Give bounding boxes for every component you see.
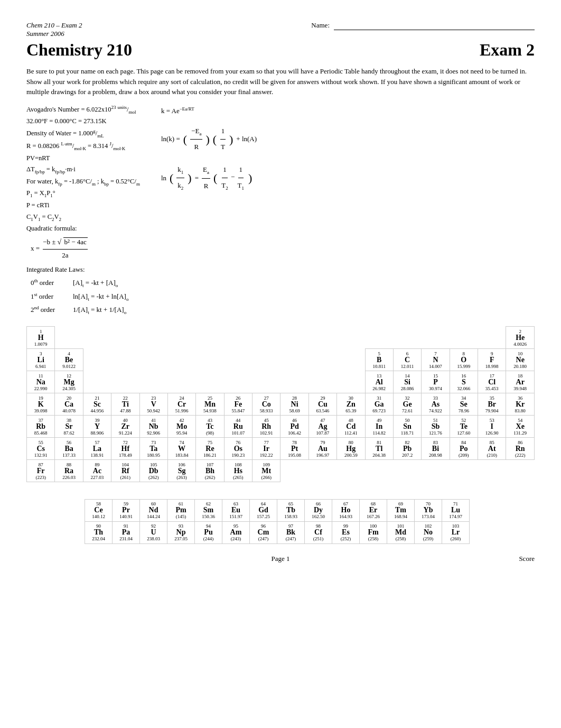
empty-cell (393, 460, 421, 482)
element-Nb: 41 Nb 92.906 (139, 416, 167, 438)
name-underline[interactable] (334, 21, 535, 30)
element-Bi: 83 Bi 208.98 (422, 438, 450, 460)
element-Cr: 24 Cr 51.996 (167, 393, 195, 416)
exam-subtitle: Exam 2 (480, 40, 535, 60)
element-Yb: 70 Yb 173.04 (415, 499, 442, 521)
element-Te: 52 Te 127.60 (450, 416, 478, 438)
header: Chem 210 – Exam 2 Summer 2006 Name: (26, 21, 535, 38)
element-Al: 13 Al 26.982 (365, 371, 393, 393)
page-footer: Page 1 Score (26, 555, 535, 563)
empty-cell (111, 327, 139, 349)
score-label: Score (482, 555, 535, 563)
element-Ta: 73 Ta 180.95 (139, 438, 167, 460)
element-Rf: 104 Rf (261) (111, 460, 139, 482)
empty-cell (393, 327, 421, 349)
element-Mt: 109 Mt (266) (253, 460, 280, 482)
element-Er: 68 Er 167.26 (360, 499, 387, 521)
element-Bh: 107 Bh (262) (196, 460, 224, 482)
element-Ra: 88 Ra 226.03 (55, 460, 83, 482)
element-Rb: 37 Rb 85.468 (27, 416, 55, 438)
element-Mn: 25 Mn 54.938 (196, 393, 224, 416)
element-Tc: 43 Tc (98) (196, 416, 224, 438)
formula-lnk2: ln ( k1 k2 ) = Ea R ( 1 T2 (161, 162, 257, 194)
rate-laws: 0th order [A]t = -kt + [A]o 1st order ln… (31, 277, 140, 317)
formula-p1: P1 = X1P1° (26, 188, 140, 200)
element-Mg: 12 Mg 24.305 (55, 371, 83, 393)
name-label: Name: (311, 21, 330, 30)
element-W: 74 W 183.84 (167, 438, 195, 460)
instructions: Be sure to put your name on each page. T… (26, 66, 535, 97)
element-Li: 3 Li 6.941 (27, 349, 55, 371)
empty-cell (450, 460, 478, 482)
empty-cell (196, 349, 224, 371)
element-Cf: 98 Cf (251) (305, 521, 332, 543)
element-Xe: 54 Xe 131.29 (506, 416, 535, 438)
empty-cell (308, 460, 336, 482)
formula-water: For water, kfp = -1.86°C/m ; kbp = 0.52°… (26, 176, 140, 188)
element-No: 102 No (259) (415, 521, 442, 543)
element-Tb: 65 Tb 158.93 (277, 499, 305, 521)
element-Rh: 45 Rh 102.91 (253, 416, 280, 438)
rate-1st: 1st order ln[A]t = -kt + ln[A]o (31, 291, 140, 303)
element-Pu: 94 Pu (244) (195, 521, 222, 543)
empty-cell (83, 349, 111, 371)
empty-cell (196, 327, 224, 349)
empty-cell (280, 460, 308, 482)
formulas-right: k = Ae−Ea/RT ln(k) = ( −Ea R ) ( 1 T ) +… (161, 104, 257, 318)
main-title: Chemistry 210 (26, 40, 132, 60)
element-Re: 75 Re 186.21 (196, 438, 224, 460)
empty-cell (422, 327, 450, 349)
element-K: 19 K 39.098 (27, 393, 55, 416)
element-F: 9 F 18.998 (478, 349, 506, 371)
formula-arrhenius: k = Ae−Ea/RT (161, 104, 257, 119)
empty-cell (280, 349, 308, 371)
element-Ti: 22 Ti 47.88 (111, 393, 139, 416)
empty-cell (280, 327, 308, 349)
element-Eu: 63 Eu 151.97 (222, 499, 250, 521)
periodic-table: 1 H 1.0079 2 He 4.0026 3 Li 6.941 4 Be 9… (26, 326, 535, 489)
element-P: 15 P 30.974 (422, 371, 450, 393)
empty-cell (337, 371, 365, 393)
element-Ni: 28 Ni 58.69 (280, 393, 308, 416)
rate-2nd: 2nd order 1/[A]t = kt + 1/[A]o (31, 304, 140, 317)
element-Cd: 48 Cd 112.41 (337, 416, 365, 438)
title-row: Chemistry 210 Exam 2 (26, 40, 535, 60)
empty-cell (506, 460, 535, 482)
element-Rn: 86 Rn (222) (506, 438, 535, 460)
element-Ar: 18 Ar 39.948 (506, 371, 535, 393)
element-C: 6 C 12.011 (393, 349, 421, 371)
element-Co: 27 Co 58.933 (253, 393, 280, 416)
element-Tm: 69 Tm 168.94 (387, 499, 415, 521)
element-Hs: 108 Hs (265) (224, 460, 252, 482)
element-S: 16 S 32.066 (450, 371, 478, 393)
element-Be: 4 Be 9.0122 (55, 349, 83, 371)
element-Ag: 47 Ag 107.87 (308, 416, 336, 438)
empty-cell (139, 327, 167, 349)
element-Hg: 80 Hg 200.59 (337, 438, 365, 460)
formula-pv: PV=nRT (26, 153, 140, 164)
element-Am: 95 Am (243) (222, 521, 250, 543)
formula-density: Density of Water = 1.000g/mL (26, 127, 140, 140)
element-Mo: 42 Mo 95.94 (167, 416, 195, 438)
element-Lu: 71 Lu 174.97 (442, 499, 470, 521)
element-Ga: 31 Ga 69.723 (365, 393, 393, 416)
element-Ir: 77 Ir 192.22 (253, 438, 280, 460)
element-O: 8 O 15.999 (450, 349, 478, 371)
formula-c1v1: C1V1 = C2V2 (26, 211, 140, 224)
empty-cell (365, 327, 393, 349)
element-V: 23 V 50.942 (139, 393, 167, 416)
element-Bk: 97 Bk (247) (277, 521, 305, 543)
element-Se: 34 Se 78.96 (450, 393, 478, 416)
element-Fm: 100 Fm (258) (360, 521, 387, 543)
formula-quadratic-label: Quadratic formula: (26, 223, 140, 234)
element-Sc: 21 Sc 44.956 (83, 393, 111, 416)
periodic-table-container: 1 H 1.0079 2 He 4.0026 3 Li 6.941 4 Be 9… (26, 326, 535, 544)
element-Fe: 26 Fe 55.847 (224, 393, 252, 416)
empty-cell (450, 327, 478, 349)
element-La: 57 La 138.91 (83, 438, 111, 460)
empty-cell (139, 349, 167, 371)
formula-p-crti: P = cRTi (26, 200, 140, 211)
element-Dy: 66 Dy 162.50 (305, 499, 332, 521)
course-title: Chem 210 – Exam 2 (26, 21, 82, 30)
element-Os: 76 Os 190.23 (224, 438, 252, 460)
